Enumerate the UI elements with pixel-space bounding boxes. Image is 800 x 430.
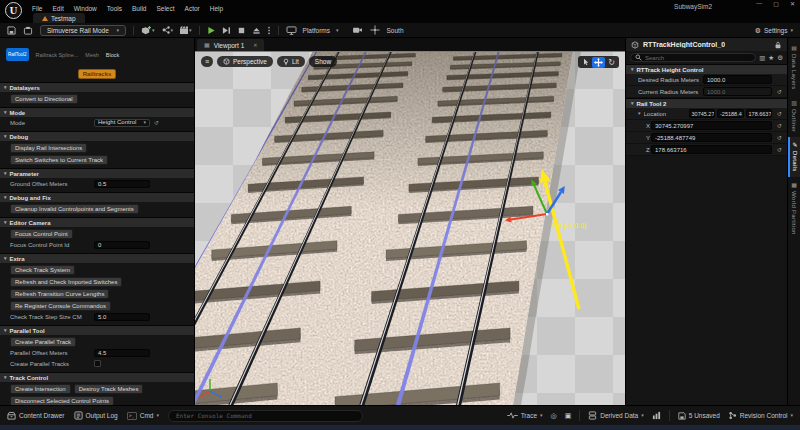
tool-tab-mesh[interactable]: Mesh xyxy=(85,52,98,58)
camera-icon[interactable] xyxy=(352,26,363,34)
location-y-field[interactable]: -25188.4 xyxy=(717,109,744,118)
stop-icon[interactable] xyxy=(237,26,246,35)
desired-radius-field[interactable]: 1000.0 xyxy=(703,75,772,84)
button-display-rail-intersections[interactable]: Display Rail Intersections xyxy=(10,143,87,153)
menu-tools[interactable]: Tools xyxy=(107,5,122,12)
section-header-track-control[interactable]: ▾Track Control xyxy=(0,372,194,382)
close-icon[interactable]: ✕ xyxy=(253,42,257,48)
category-rail-tool-2[interactable]: ▾ Rail Tool 2 xyxy=(626,98,787,108)
section-header-mode[interactable]: ▾Mode xyxy=(0,107,194,117)
derived-data-dropdown[interactable]: Derived Data ▾ xyxy=(588,411,643,420)
platforms-dropdown[interactable]: Platforms ▾ xyxy=(286,26,339,35)
lock-icon[interactable] xyxy=(774,41,782,49)
section-header-debug-and-fix[interactable]: ▾Debug and Fix xyxy=(0,192,194,202)
section-header-parameter[interactable]: ▾Parameter xyxy=(0,168,194,178)
trace-region-icon[interactable]: ◎ xyxy=(551,412,557,419)
favorites-icon[interactable]: ★ xyxy=(768,54,774,62)
menu-select[interactable]: Select xyxy=(156,5,174,12)
rotate-tool-icon[interactable]: ↻ xyxy=(605,57,618,68)
button-focus-control-point[interactable]: Focus Control Point xyxy=(10,229,73,239)
lit-dropdown[interactable]: Lit xyxy=(277,56,305,67)
tool-tab-block[interactable]: Block xyxy=(106,52,119,58)
unreal-logo-icon[interactable]: U xyxy=(5,2,22,19)
content-drawer-button[interactable]: Content Drawer xyxy=(7,411,65,420)
skip-frame-icon[interactable] xyxy=(222,26,231,35)
y-value-field[interactable]: -25188.487749 xyxy=(651,133,772,142)
menu-actor[interactable]: Actor xyxy=(185,5,200,12)
button-re-register-console-commandos[interactable]: Re Register Console Commandos xyxy=(10,301,111,311)
unsaved-button[interactable]: 5 Unsaved xyxy=(678,412,720,420)
blueprints-icon[interactable]: ▾ xyxy=(161,25,174,35)
mode-dropdown[interactable]: Height Control▾ xyxy=(94,119,150,127)
check-track-step-size-cm-field[interactable]: 5.0 xyxy=(94,313,150,321)
button-refresh-transition-curve-lengths[interactable]: Refresh Transition Curve Lengths xyxy=(10,289,109,299)
category-rttrack-height-control[interactable]: ▾ RTTrack Height Control xyxy=(626,64,787,74)
play-icon[interactable] xyxy=(207,26,216,35)
viewport-3d-scene[interactable]: 0.0 (-> 0.0) ≡ Perspective xyxy=(195,51,625,405)
button-cleanup-invalid-controlpoints-and-segments[interactable]: Cleanup Invalid Controlpoints and Segmen… xyxy=(10,204,139,214)
cinematics-icon[interactable]: ▾ xyxy=(179,25,192,35)
revision-control-dropdown[interactable]: Revision Control ▾ xyxy=(728,411,793,420)
add-actor-icon[interactable]: ▾ xyxy=(141,25,155,36)
reset-icon[interactable]: ↺ xyxy=(775,110,784,117)
reset-icon[interactable]: ↺ xyxy=(775,134,784,141)
button-destroy-track-meshes[interactable]: Destroy Track Meshes xyxy=(74,384,144,394)
settings-dropdown[interactable]: ⚙ Settings ▾ xyxy=(755,27,793,34)
tab-viewport-1[interactable]: ▦ Viewport 1 ✕ xyxy=(197,39,264,51)
section-header-debug[interactable]: ▾Debug xyxy=(0,131,194,141)
side-tab-details[interactable]: ✎Details xyxy=(788,137,800,176)
side-tab-data-layers[interactable]: ▤Data Layers xyxy=(788,40,800,95)
railtracks-button[interactable]: Railtracks xyxy=(78,69,117,79)
button-convert-to-directional[interactable]: Convert to Directional xyxy=(10,94,78,104)
screenshot-icon[interactable]: ▣ xyxy=(565,412,572,419)
collapse-icon[interactable]: ▾ xyxy=(638,111,641,116)
location-z-field[interactable]: 178.6637 xyxy=(746,109,773,118)
create-parallel-tracks-checkbox[interactable] xyxy=(94,360,101,367)
menu-edit[interactable]: Edit xyxy=(52,5,63,12)
button-switch-switches-to-current-track[interactable]: Switch Switches to Current Track xyxy=(10,155,108,165)
side-tab-outliner[interactable]: ▥Outliner xyxy=(788,95,800,137)
import-content-icon[interactable] xyxy=(23,26,33,35)
z-value-field[interactable]: 178.663716 xyxy=(651,145,772,154)
menu-window[interactable]: Window xyxy=(74,5,97,12)
section-header-parallel-tool[interactable]: ▾Parallel Tool xyxy=(0,325,194,335)
button-create-intersection[interactable]: Create Intersection xyxy=(10,384,71,394)
menu-help[interactable]: Help xyxy=(210,5,223,12)
select-tool-icon[interactable] xyxy=(579,57,592,68)
button-refresh-and-check-imported-switches[interactable]: Refresh and Check Imported Switches xyxy=(10,277,122,287)
transform-snap-icon[interactable] xyxy=(370,25,380,35)
section-header-editor-camera[interactable]: ▾Editor Camera xyxy=(0,217,194,227)
section-header-datalayers[interactable]: ▾Datalayers xyxy=(0,82,194,92)
button-check-track-system[interactable]: Check Track System xyxy=(10,265,75,275)
close-icon[interactable]: ✕ xyxy=(790,0,795,7)
cmd-dropdown[interactable]: >_ Cmd ▾ xyxy=(127,412,159,420)
trace-dropdown[interactable]: Trace ▾ xyxy=(507,412,543,419)
stats-icon[interactable] xyxy=(652,411,661,420)
focus-control-point-id-field[interactable]: 0 xyxy=(94,241,150,249)
viewport-options-button[interactable]: ≡ xyxy=(201,56,213,67)
play-options-icon[interactable] xyxy=(267,26,271,35)
ground-offset-meters-field[interactable]: 0.5 xyxy=(94,180,150,188)
output-log-button[interactable]: Output Log xyxy=(74,411,118,420)
move-tool-icon[interactable] xyxy=(592,57,605,68)
show-dropdown[interactable]: Show xyxy=(309,56,337,67)
x-value-field[interactable]: 30745.270997 xyxy=(651,121,772,130)
reset-icon[interactable]: ↺ xyxy=(775,122,784,129)
search-input[interactable] xyxy=(645,55,751,61)
console-command-input[interactable] xyxy=(168,410,363,422)
display-options-icon[interactable]: ▥ xyxy=(759,54,765,62)
parallel-offset-meters-field[interactable]: 4.5 xyxy=(94,349,150,357)
eject-icon[interactable] xyxy=(252,26,261,35)
button-disconnect-selected-control-points[interactable]: Disconnect Selected Control Points xyxy=(10,396,114,405)
location-x-field[interactable]: 30745.27 xyxy=(689,109,716,118)
button-create-parallel-track[interactable]: Create Parallel Track xyxy=(10,337,76,347)
details-search-field[interactable] xyxy=(630,53,756,62)
section-header-extra[interactable]: ▾Extra xyxy=(0,253,194,263)
tool-tab-railtool2[interactable]: RailTool2 xyxy=(6,48,29,61)
tool-tab-railtrack-spline[interactable]: Railtrack Spline... xyxy=(36,52,79,58)
details-settings-icon[interactable]: ⚙ xyxy=(777,54,783,62)
reset-icon[interactable]: ↺ xyxy=(775,146,784,153)
reset-icon[interactable]: ↺ xyxy=(154,119,159,126)
reset-icon[interactable]: ↺ xyxy=(775,88,784,95)
editor-mode-dropdown[interactable]: Simuverse Rail Mode ▾ xyxy=(40,25,126,36)
